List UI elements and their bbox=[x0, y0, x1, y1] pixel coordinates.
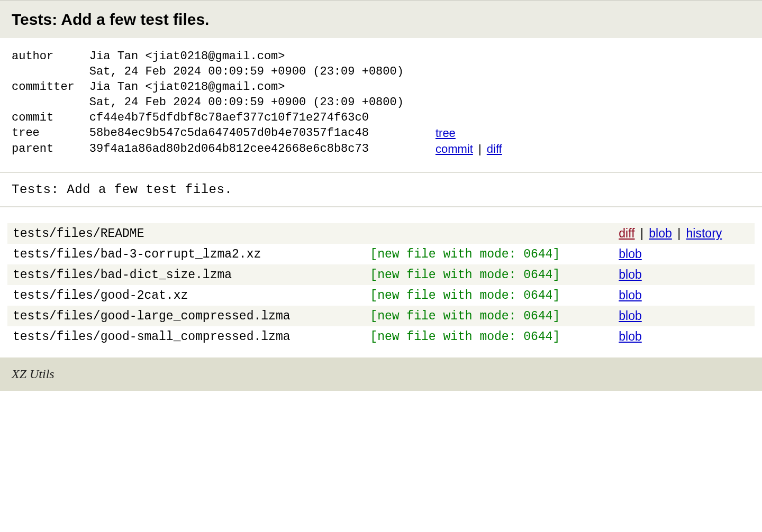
author-date: Sat, 24 Feb 2024 00:09:59 +0900 (23:09 +… bbox=[89, 64, 436, 79]
file-mode: [new file with mode: 0644] bbox=[365, 285, 613, 306]
separator: | bbox=[635, 226, 649, 240]
file-path: tests/files/bad-3-corrupt_lzma2.xz bbox=[7, 244, 365, 264]
footer-text: XZ Utils bbox=[12, 367, 55, 381]
table-row: tests/files/good-2cat.xz[new file with m… bbox=[7, 285, 755, 306]
blob-link[interactable]: blob bbox=[619, 329, 641, 343]
commit-hash: cf44e4b7f5dfdbf8c78aef377c10f71e274f63c0 bbox=[89, 110, 436, 125]
files-section: tests/files/READMEdiff | blob | historyt… bbox=[0, 207, 762, 357]
table-row: tests/files/READMEdiff | blob | history bbox=[7, 223, 755, 244]
meta-table: author Jia Tan <jiat0218@gmail.com> Sat,… bbox=[12, 49, 502, 157]
file-path: tests/files/good-large_compressed.lzma bbox=[7, 306, 365, 326]
commit-meta: author Jia Tan <jiat0218@gmail.com> Sat,… bbox=[0, 38, 762, 172]
commit-label: commit bbox=[12, 110, 89, 125]
files-table: tests/files/READMEdiff | blob | historyt… bbox=[7, 223, 755, 347]
file-actions: diff | blob | history bbox=[613, 223, 755, 244]
file-mode: [new file with mode: 0644] bbox=[365, 306, 613, 326]
parent-commit-link[interactable]: commit bbox=[436, 142, 473, 155]
committer-date: Sat, 24 Feb 2024 00:09:59 +0900 (23:09 +… bbox=[89, 95, 436, 110]
file-actions: blob bbox=[613, 264, 755, 285]
commit-header: Tests: Add a few test files. bbox=[0, 0, 762, 38]
diff-link[interactable]: diff bbox=[619, 226, 634, 240]
author-label: author bbox=[12, 49, 89, 64]
table-row: tests/files/good-small_compressed.lzma[n… bbox=[7, 326, 755, 347]
table-row: tests/files/bad-3-corrupt_lzma2.xz[new f… bbox=[7, 244, 755, 264]
commit-message: Tests: Add a few test files. bbox=[0, 172, 762, 207]
separator: | bbox=[473, 142, 487, 155]
file-actions: blob bbox=[613, 285, 755, 306]
parent-diff-link[interactable]: diff bbox=[487, 142, 502, 155]
commit-title: Tests: Add a few test files. bbox=[12, 11, 750, 29]
footer: XZ Utils bbox=[0, 357, 762, 391]
blob-link[interactable]: blob bbox=[619, 247, 641, 261]
history-link[interactable]: history bbox=[686, 226, 722, 240]
table-row: tests/files/bad-dict_size.lzma[new file … bbox=[7, 264, 755, 285]
tree-link[interactable]: tree bbox=[436, 126, 456, 140]
blob-link[interactable]: blob bbox=[619, 309, 641, 323]
file-path: tests/files/bad-dict_size.lzma bbox=[7, 264, 365, 285]
file-mode bbox=[365, 223, 613, 244]
file-actions: blob bbox=[613, 326, 755, 347]
file-path: tests/files/good-2cat.xz bbox=[7, 285, 365, 306]
tree-label: tree bbox=[12, 125, 89, 141]
file-actions: blob bbox=[613, 244, 755, 264]
parent-hash: 39f4a1a86ad80b2d064b812cee42668e6c8b8c73 bbox=[89, 141, 436, 157]
tree-hash: 58be84ec9b547c5da6474057d0b4e70357f1ac48 bbox=[89, 125, 436, 141]
file-mode: [new file with mode: 0644] bbox=[365, 244, 613, 264]
separator: | bbox=[672, 226, 686, 240]
blob-link[interactable]: blob bbox=[649, 226, 672, 240]
committer-label: committer bbox=[12, 79, 89, 95]
author-value: Jia Tan <jiat0218@gmail.com> bbox=[89, 49, 436, 64]
table-row: tests/files/good-large_compressed.lzma[n… bbox=[7, 306, 755, 326]
file-path: tests/files/README bbox=[7, 223, 365, 244]
committer-value: Jia Tan <jiat0218@gmail.com> bbox=[89, 79, 436, 95]
file-mode: [new file with mode: 0644] bbox=[365, 264, 613, 285]
file-actions: blob bbox=[613, 306, 755, 326]
blob-link[interactable]: blob bbox=[619, 268, 641, 281]
parent-label: parent bbox=[12, 141, 89, 157]
file-mode: [new file with mode: 0644] bbox=[365, 326, 613, 347]
blob-link[interactable]: blob bbox=[619, 288, 641, 302]
file-path: tests/files/good-small_compressed.lzma bbox=[7, 326, 365, 347]
